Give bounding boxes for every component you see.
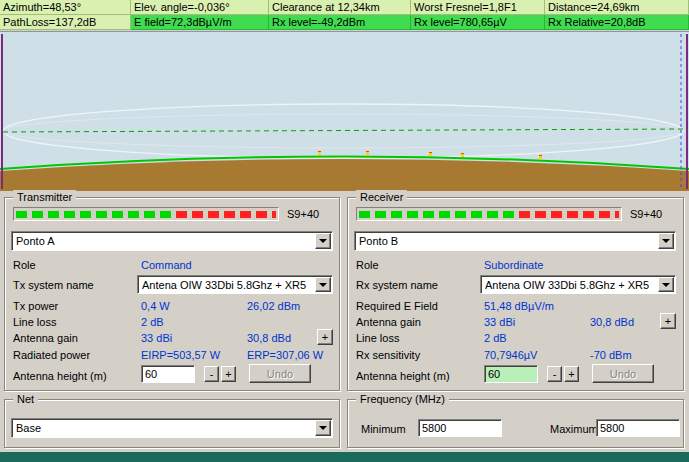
tx-meter-green-dashes [16, 211, 176, 218]
net-panel-title: Net [13, 392, 38, 406]
tx-antenna-gain-plus-button[interactable]: + [317, 329, 333, 345]
status-rx-level-dbm: Rx level=-49,2dBm [269, 15, 411, 30]
rx-antenna-gain-plus-button[interactable]: + [660, 313, 676, 329]
receiver-panel-title: Receiver [356, 190, 407, 204]
rx-station-dropdown-arrow-icon[interactable] [658, 233, 674, 249]
tx-system-value: Antena OIW 33Dbi 5.8Ghz + XR5 [142, 279, 306, 291]
tx-height-decrease-button[interactable]: - [204, 366, 219, 382]
frequency-max-label: Maximum [550, 423, 598, 435]
rx-meter-red-dashes [519, 211, 619, 218]
rx-role-label: Role [356, 259, 379, 271]
frequency-min-label: Minimum [361, 423, 406, 435]
rx-line-loss-label: Line loss [356, 332, 399, 344]
chevron-down-icon [319, 239, 327, 243]
rx-system-dropdown-arrow-icon[interactable] [658, 277, 674, 292]
rx-undo-button[interactable]: Undo [592, 364, 654, 383]
frequency-min-input[interactable] [418, 419, 502, 437]
rx-required-efield-label: Required E Field [356, 300, 438, 312]
tx-signal-meter [13, 207, 279, 221]
chevron-down-icon [662, 239, 670, 243]
rx-meter-green-dashes [359, 211, 519, 218]
tx-power-watts: 0,4 W [141, 300, 170, 312]
rx-height-increase-button[interactable]: + [564, 366, 579, 382]
status-distance: Distance=24,69km [545, 0, 689, 15]
transmitter-panel: Transmitter S9+40 Ponto A Role Command T… [4, 197, 340, 391]
frequency-max-input[interactable] [596, 419, 680, 437]
rx-antenna-gain-dbd: 30,8 dBd [590, 316, 634, 328]
rx-antenna-gain-dbi: 33 dBi [484, 316, 515, 328]
rx-line-loss-value: 2 dB [484, 332, 507, 344]
link-status-row-1: Azimuth=48,53° Elev. angle=-0,036° Clear… [0, 0, 689, 15]
tx-undo-button[interactable]: Undo [249, 364, 311, 383]
terrain-fill [0, 159, 689, 191]
profile-chart [0, 31, 689, 191]
tx-radiated-power-label: Radiated power [13, 349, 90, 361]
tx-station-select[interactable]: Ponto A [11, 231, 333, 251]
tx-station-value: Ponto A [16, 235, 55, 247]
rx-system-select[interactable]: Antena OIW 33Dbi 5.8Ghz + XR5 [480, 275, 676, 294]
status-efield: E field=72,3dBµV/m [131, 15, 269, 30]
radio-link-window: Azimuth=48,53° Elev. angle=-0,036° Clear… [0, 0, 689, 462]
tx-power-label: Tx power [13, 300, 58, 312]
tx-line-loss-label: Line loss [13, 316, 56, 328]
rx-system-label: Rx system name [356, 279, 438, 291]
line-of-sight [3, 129, 685, 132]
tx-power-dbm: 26,02 dBm [247, 300, 300, 312]
rx-station-select[interactable]: Ponto B [354, 231, 676, 251]
tx-role-label: Role [13, 259, 36, 271]
rx-sensitivity-label: Rx sensitivity [356, 349, 420, 361]
net-dropdown-arrow-icon[interactable] [315, 420, 331, 436]
tx-antenna-gain-dbd: 30,8 dBd [247, 332, 291, 344]
terrain-profile-svg [0, 32, 689, 191]
tx-system-select[interactable]: Antena OIW 33Dbi 5.8Ghz + XR5 [137, 275, 333, 294]
rx-antenna-gain-label: Antenna gain [356, 316, 421, 328]
bottom-bar [0, 452, 689, 462]
rx-role-value: Subordinate [484, 259, 543, 271]
tx-erp-value: ERP=307,06 W [247, 349, 323, 361]
net-panel: Net Base [4, 399, 340, 448]
rx-station-value: Ponto B [359, 235, 398, 247]
tx-meter-red-dashes [176, 211, 276, 218]
status-elev-angle: Elev. angle=-0,036° [131, 0, 269, 15]
rx-signal-meter [356, 207, 622, 221]
status-clearance: Clearance at 12,34km [269, 0, 411, 15]
net-select-value: Base [16, 422, 41, 434]
status-pathloss: PathLoss=137,2dB [0, 15, 131, 30]
tx-antenna-gain-label: Antenna gain [13, 332, 78, 344]
tx-role-value: Command [141, 259, 192, 271]
rx-antenna-height-label: Antenna height (m) [356, 370, 450, 382]
chevron-down-icon [662, 283, 670, 287]
chevron-down-icon [319, 426, 327, 430]
tx-antenna-gain-dbi: 33 dBi [141, 332, 172, 344]
tx-system-dropdown-arrow-icon[interactable] [315, 277, 331, 292]
rx-sensitivity-uv: 70,7946µV [484, 349, 537, 361]
transmitter-panel-title: Transmitter [13, 190, 76, 204]
rx-sensitivity-dbm: -70 dBm [590, 349, 632, 361]
fresnel-zone-inner [3, 114, 683, 148]
tx-height-increase-button[interactable]: + [221, 366, 236, 382]
tx-line-loss-value: 2 dB [141, 316, 164, 328]
chevron-down-icon [319, 283, 327, 287]
net-select[interactable]: Base [11, 418, 333, 438]
status-azimuth: Azimuth=48,53° [0, 0, 131, 15]
link-status-row-2: PathLoss=137,2dB E field=72,3dBµV/m Rx l… [0, 15, 689, 30]
fresnel-zone-outer [3, 104, 683, 158]
tx-antenna-height-input[interactable] [141, 365, 195, 383]
frequency-panel: Frequency (MHz) Minimum Maximum [347, 399, 684, 448]
status-rx-relative: Rx Relative=20,8dB [545, 15, 689, 30]
rx-antenna-height-input[interactable] [484, 365, 538, 383]
status-worst-fresnel: Worst Fresnel=1,8F1 [411, 0, 545, 15]
tx-station-dropdown-arrow-icon[interactable] [315, 233, 331, 249]
rx-required-efield-value: 51,48 dBµV/m [484, 300, 554, 312]
frequency-panel-title: Frequency (MHz) [356, 392, 449, 406]
tx-smeter-reading: S9+40 [287, 208, 319, 220]
rx-system-value: Antena OIW 33Dbi 5.8Ghz + XR5 [485, 279, 649, 291]
tx-system-label: Tx system name [13, 279, 94, 291]
status-rx-level-uv: Rx level=780,65µV [411, 15, 545, 30]
tx-antenna-height-label: Antenna height (m) [13, 370, 107, 382]
rx-smeter-reading: S9+40 [630, 208, 662, 220]
rx-height-decrease-button[interactable]: - [547, 366, 562, 382]
receiver-panel: Receiver S9+40 Ponto B Role Subordinate … [347, 197, 684, 391]
tx-eirp-value: EIRP=503,57 W [141, 349, 220, 361]
